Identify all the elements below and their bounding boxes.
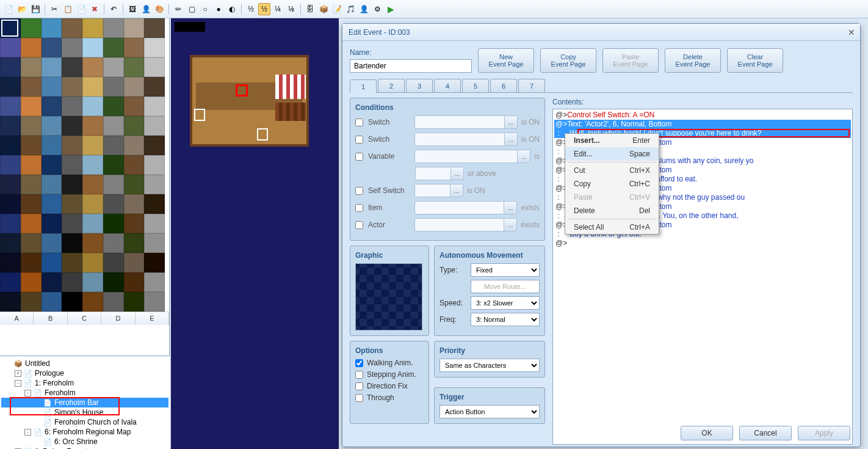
undo-button[interactable]: ↶	[107, 3, 120, 15]
menu-copy[interactable]: CopyCtrl+C	[565, 177, 659, 191]
command-line[interactable]: @>Control Self Switch: A =ON	[554, 111, 851, 120]
variable-select[interactable]	[414, 150, 530, 163]
tree-node[interactable]: 📄6: Orc Shrine	[1, 437, 168, 447]
tileset-palette[interactable]	[0, 18, 165, 312]
ellipse-button[interactable]: ○	[199, 3, 211, 15]
expand-icon[interactable]: +	[15, 370, 21, 377]
rect-button[interactable]: ▢	[186, 3, 198, 15]
layer2-button[interactable]: 👤	[140, 3, 152, 15]
menu-selectall[interactable]: Select AllCtrl+A	[565, 221, 659, 234]
tileset-tab-D[interactable]: D	[101, 312, 135, 325]
menu-delete[interactable]: DeleteDel	[565, 204, 659, 217]
delete-button[interactable]: ✖	[89, 3, 101, 15]
actor-checkbox[interactable]	[355, 221, 363, 229]
page-tab-3[interactable]: 3	[406, 79, 433, 92]
cut-button[interactable]: ✂	[48, 3, 60, 15]
variable-checkbox[interactable]	[355, 153, 363, 161]
trigger-select[interactable]: Action Button	[439, 405, 540, 418]
pencil-button[interactable]: ✏	[172, 3, 184, 15]
new-page-button[interactable]: New Event Page	[478, 48, 534, 73]
switch1-select[interactable]	[414, 115, 518, 129]
eighth-button[interactable]: ⅛	[285, 3, 297, 15]
switch2-select[interactable]	[414, 133, 518, 146]
move-freq-select[interactable]: 3: Normal	[471, 313, 540, 326]
through-checkbox[interactable]	[355, 394, 363, 402]
map-canvas[interactable]	[175, 37, 327, 159]
clear-page-button[interactable]: Clear Event Page	[727, 48, 783, 73]
copy-button[interactable]: 📋	[62, 3, 74, 15]
menu-insert[interactable]: Insert...Enter	[565, 134, 659, 147]
paste-button[interactable]: 📄	[75, 3, 87, 15]
move-speed-select[interactable]: 3: x2 Slower	[471, 296, 540, 310]
tree-node[interactable]: 📄Simon's House	[1, 407, 168, 417]
quarter-button[interactable]: ¼	[272, 3, 284, 15]
fill-button[interactable]: ●	[212, 3, 225, 15]
page-tab-6[interactable]: 6	[490, 79, 517, 92]
database-button[interactable]: 🗄	[304, 3, 316, 15]
page-tab-7[interactable]: 7	[518, 79, 545, 92]
open-file-button[interactable]: 📂	[16, 3, 28, 15]
tileset-tab-E[interactable]: E	[136, 312, 169, 325]
event-name-input[interactable]	[350, 59, 472, 73]
tree-node[interactable]: 📄Feroholm Church of Ivala	[1, 417, 168, 427]
expand-icon[interactable]: -	[24, 390, 31, 396]
layer3-button[interactable]: 🎨	[153, 3, 165, 15]
menu-edit[interactable]: Edit...Space	[565, 147, 659, 161]
dialog-title: Edit Event - ID:003	[349, 28, 410, 37]
shadow-button[interactable]: ◐	[226, 3, 238, 15]
copy-page-button[interactable]: Copy Event Page	[540, 48, 596, 73]
command-line[interactable]: @>	[554, 239, 851, 248]
menu-cut[interactable]: CutCtrl+X	[565, 164, 659, 177]
map-icon: 📄	[34, 389, 42, 397]
command-line[interactable]: @>Text: 'Actor2', 6, Normal, Bottom	[554, 120, 851, 129]
tileset-tab-B[interactable]: B	[34, 312, 67, 325]
tree-node[interactable]: -📄Feroholm	[1, 388, 168, 398]
cancel-button[interactable]: Cancel	[739, 426, 792, 440]
script-button[interactable]: 📝	[331, 3, 343, 15]
direction-checkbox[interactable]	[355, 382, 363, 390]
play-button[interactable]: ▶	[385, 3, 397, 15]
tree-node[interactable]: 📦Untitled	[1, 359, 168, 368]
stepping-checkbox[interactable]	[355, 371, 363, 379]
tileset-tab-A[interactable]: A	[0, 312, 34, 325]
walking-checkbox[interactable]	[355, 359, 363, 367]
graphic-preview[interactable]	[355, 263, 422, 330]
selfswitch-select[interactable]	[414, 184, 463, 197]
trigger-title: Trigger	[439, 393, 540, 401]
item-select[interactable]	[414, 201, 517, 214]
priority-select[interactable]: Same as Characters	[439, 359, 540, 372]
page-tab-1[interactable]: 1	[350, 79, 377, 93]
half-button[interactable]: ½	[245, 3, 257, 15]
move-type-select[interactable]: Fixed	[471, 263, 540, 277]
delete-page-button[interactable]: Delete Event Page	[665, 48, 721, 73]
save-file-button[interactable]: 💾	[29, 3, 42, 15]
item-checkbox[interactable]	[355, 204, 363, 212]
new-file-button[interactable]: 📄	[2, 3, 15, 15]
page-tab-2[interactable]: 2	[378, 79, 405, 92]
tileset-tab-C[interactable]: C	[68, 312, 101, 325]
actor-select[interactable]	[414, 218, 517, 232]
char-button[interactable]: 👤	[358, 3, 370, 15]
tree-node[interactable]: -📄6: Feroholm Regional Map	[1, 427, 168, 437]
sound-button[interactable]: 🎵	[344, 3, 356, 15]
event-marker[interactable]	[236, 84, 248, 97]
layer1-button[interactable]: 🖼	[126, 3, 139, 15]
switch2-checkbox[interactable]	[355, 136, 363, 144]
map-viewport[interactable]	[171, 18, 339, 449]
expand-icon[interactable]: -	[15, 380, 21, 387]
tree-node[interactable]: -📄1: Feroholm	[1, 378, 168, 388]
variable-value[interactable]	[415, 167, 464, 180]
tree-node[interactable]: +📄1: Delgar Forest	[1, 447, 168, 449]
expand-icon[interactable]: -	[24, 429, 31, 436]
page-tab-4[interactable]: 4	[434, 79, 461, 92]
half-sel-button[interactable]: ½	[258, 3, 270, 15]
ok-button[interactable]: OK	[681, 426, 733, 440]
tree-node[interactable]: 📄Feroholm Bar	[1, 398, 168, 407]
switch1-checkbox[interactable]	[355, 119, 363, 126]
settings-button[interactable]: ⚙	[371, 3, 383, 15]
resource-button[interactable]: 📦	[317, 3, 330, 15]
page-tab-5[interactable]: 5	[462, 79, 489, 92]
selfswitch-checkbox[interactable]	[355, 187, 363, 195]
tree-node[interactable]: +📄Prologue	[1, 368, 168, 378]
close-icon[interactable]: ✕	[848, 27, 855, 37]
